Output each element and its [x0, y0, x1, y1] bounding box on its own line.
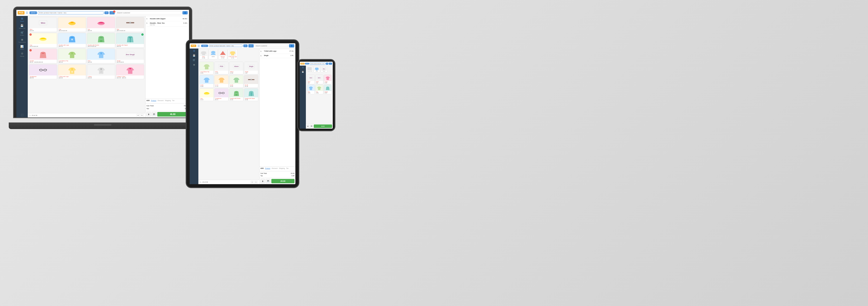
- from-item-phone-3[interactable]: Woo 23.14: [321, 66, 327, 73]
- product-card-tshirt-logo[interactable]: T-Shirt with Logo $18.00: [58, 64, 86, 79]
- search-product-input-laptop[interactable]: [38, 11, 104, 15]
- sidebar-item-board-tablet[interactable]: ☰: [193, 50, 195, 52]
- barcode-button-tablet[interactable]: ⁞⁞⁞: [243, 45, 248, 47]
- product-card-t11-tablet[interactable]: Hoodie with Pocket 33.33: [229, 88, 243, 101]
- from-item-3-tablet[interactable]: Pennant 17.14: [218, 49, 227, 59]
- cart-trash-button-tablet[interactable]: 🗑: [260, 179, 265, 183]
- product-card-hoodie-pocket[interactable]: Hoodie with Pocket $45.00 $35.00: [87, 33, 115, 48]
- sidebar-item-orders-laptop[interactable]: 🛒 Orders: [20, 31, 24, 36]
- sidebar-item-savedcart-tablet[interactable]: 💾: [193, 54, 195, 57]
- product-card-polo[interactable]: Polo $20.00: [87, 49, 115, 63]
- pagination-next-laptop[interactable]: >: [140, 114, 144, 117]
- search-customer-input-laptop[interactable]: [116, 11, 182, 15]
- product-card-t1-tablet[interactable]: Long Sleeve Top 23.81: [199, 62, 214, 74]
- product-card-hoodie-logo[interactable]: Hoodie with Logo $45.00: [58, 33, 86, 48]
- cart-item-delete-1[interactable]: ×: [187, 18, 188, 20]
- product-card-belt[interactable]: Belt $65.00 $55.00: [116, 17, 144, 32]
- customer-button-tablet[interactable]: 👤: [289, 44, 294, 48]
- product-card-p6-phone[interactable]: Hoodie 33.33: [324, 85, 332, 94]
- cart-checkout-button-tablet[interactable]: 20.00: [271, 179, 294, 183]
- from-item-2-tablet[interactable]: 10.52: [209, 49, 218, 59]
- menu-button-laptop[interactable]: ☰: [25, 11, 29, 15]
- cart-button-phone[interactable]: 🛒: [329, 62, 332, 65]
- product-card-t5-tablet[interactable]: 42.86 42.86: [199, 75, 214, 88]
- tab-shipping-laptop[interactable]: Shipping: [165, 100, 171, 102]
- sidebar-item-setting-laptop[interactable]: ⚙ Setting: [20, 52, 24, 57]
- product-card-t2-tablet[interactable]: POS POS 19.05: [214, 62, 228, 74]
- pagination-prev-tablet[interactable]: <: [251, 181, 254, 184]
- product-card-t4-tablet[interactable]: Single Single 1.90: [244, 62, 258, 74]
- tab-discount-laptop[interactable]: Discount: [157, 100, 163, 102]
- cart-del-2-tablet[interactable]: ×: [293, 55, 294, 57]
- product-card-single[interactable]: Woo Single Single $3.00 $2.00: [116, 49, 144, 63]
- product-card-hoodie-red[interactable]: 13 Hoodie $5.00: [29, 49, 57, 63]
- product-card-lord-sleeves[interactable]: Lord Sleeve Top $25.00: [58, 49, 86, 63]
- cart-button-laptop[interactable]: 🛒 1: [110, 11, 115, 15]
- product-card-hoodie-zipper[interactable]: ● Hoodie wit: [116, 33, 144, 48]
- barcode-button-phone[interactable]: ⁞⁞⁞: [326, 62, 329, 65]
- product-card-t8-tablet[interactable]: 52.38 52.38: [244, 75, 258, 88]
- product-card-sunglasses[interactable]: Sunglasses $90.00: [29, 64, 57, 79]
- tab-tax-laptop[interactable]: Tax: [172, 100, 175, 102]
- product-card-p3-phone[interactable]: T-Shirt 41.90: [324, 75, 332, 84]
- sidebar-item-transactions-laptop[interactable]: ◉ Transactions: [18, 38, 26, 43]
- cart-item-info-1: Hoodie with Zipper: [149, 18, 182, 20]
- product-card-p4-phone[interactable]: Polo 19.05: [307, 85, 315, 94]
- tab-product-tablet[interactable]: Product: [265, 168, 270, 169]
- product-card-t6-tablet[interactable]: 17.14 17.14: [214, 75, 228, 88]
- product-card-t7-tablet[interactable]: 19.05 19.05: [229, 75, 243, 88]
- cart-checkout-button-phone[interactable]: 20.00: [314, 124, 332, 128]
- sidebar-item-savedcart-laptop[interactable]: 💾 Saved Cart: [19, 24, 25, 29]
- search-product-input-phone[interactable]: [310, 62, 325, 65]
- cart-trash-button-phone[interactable]: 🗑: [307, 124, 309, 128]
- from-item-phone-1[interactable]: From 27.29: [306, 66, 313, 73]
- product-card-p1-phone[interactable]: WOO WOO woo: [307, 75, 315, 84]
- product-card-t3-tablet[interactable]: Album Album 14.29: [229, 62, 243, 74]
- customer-button-laptop[interactable]: 👤: [182, 11, 188, 15]
- from-item-4-tablet[interactable]: T-Shirt with Logo 17.14: [228, 49, 238, 59]
- cart-trash-button-laptop[interactable]: 🗑: [146, 112, 151, 117]
- pagination-next-tablet[interactable]: >: [254, 181, 257, 184]
- cart-save-button-phone[interactable]: 💾: [310, 124, 313, 128]
- search-customer-input-tablet[interactable]: [254, 45, 288, 47]
- product-card-woo[interactable]: Woo Woo $15.00: [29, 17, 57, 32]
- tab-product-laptop[interactable]: Product: [151, 100, 156, 102]
- menu-button-tablet[interactable]: ☰: [197, 44, 200, 48]
- product-img-vneck: [116, 64, 144, 76]
- from-item-phone-2[interactable]: 19.05: [313, 66, 320, 73]
- tab-add-tablet[interactable]: ADD: [260, 168, 264, 169]
- cart-save-button-laptop[interactable]: 💾: [152, 112, 157, 117]
- cart-del-1-tablet[interactable]: ×: [293, 50, 294, 53]
- search-product-input-tablet[interactable]: [209, 45, 243, 47]
- sidebar-item-report-laptop[interactable]: 📊 Report: [20, 45, 24, 50]
- product-card-cap-yellow[interactable]: 10 Cap: [29, 33, 57, 48]
- report-icon-laptop: 📊: [20, 45, 24, 48]
- cart-save-button-tablet[interactable]: 💾: [266, 179, 271, 183]
- from-item-1-tablet[interactable]: From 47.29: [199, 49, 208, 59]
- tab-add-laptop[interactable]: ADD: [146, 100, 150, 102]
- sidebar-item-board-phone[interactable]: ☰: [302, 67, 304, 69]
- tab-shipping-tablet[interactable]: Shipping: [279, 168, 285, 169]
- admin-badge-tablet: admin: [201, 45, 208, 47]
- tab-tax-tablet[interactable]: Tax: [286, 168, 289, 169]
- product-card-t12-tablet[interactable]: Hoodie with Zipper 42.86: [244, 88, 258, 101]
- cart-button-tablet[interactable]: 🛒: [248, 44, 254, 48]
- pagination-prev-laptop[interactable]: <: [136, 114, 140, 117]
- product-card-t10-tablet[interactable]: Sunglasses 85.71: [214, 88, 228, 101]
- sidebar-item-board-laptop[interactable]: ⊞ Board: [20, 17, 24, 22]
- product-card-t9-tablet[interactable]: Cap 15.24: [199, 88, 214, 101]
- barcode-button-laptop[interactable]: ⁞⁞⁞: [104, 11, 108, 14]
- product-card-p5-phone[interactable]: Top 23.81: [315, 85, 323, 94]
- cart-item-delete-2[interactable]: ×: [187, 22, 188, 25]
- product-card-vneck[interactable]: V-Neck T-Shirt $15.00 - $20.00: [116, 64, 144, 79]
- tab-discount-tablet[interactable]: Discount: [272, 168, 277, 169]
- sidebar-item-orders-tablet[interactable]: 🛒: [193, 59, 195, 61]
- sidebar-item-logout-laptop[interactable]: ⬚: [21, 113, 23, 116]
- sidebar-item-savedcart-phone[interactable]: 💾: [302, 71, 304, 73]
- product-card-p2-phone[interactable]: WOO WOO woo: [315, 75, 323, 84]
- product-card-tshirt-plain[interactable]: I-T T-Shirt $18.00: [87, 64, 115, 79]
- product-card-hat-pink[interactable]: Hat $20.00: [87, 17, 115, 32]
- sidebar-item-transactions-tablet[interactable]: ◉: [193, 63, 195, 66]
- cart-checkout-button-laptop[interactable]: 46.80: [157, 112, 188, 117]
- product-card-cap1[interactable]: Cap $20.00 $18.00: [58, 17, 86, 32]
